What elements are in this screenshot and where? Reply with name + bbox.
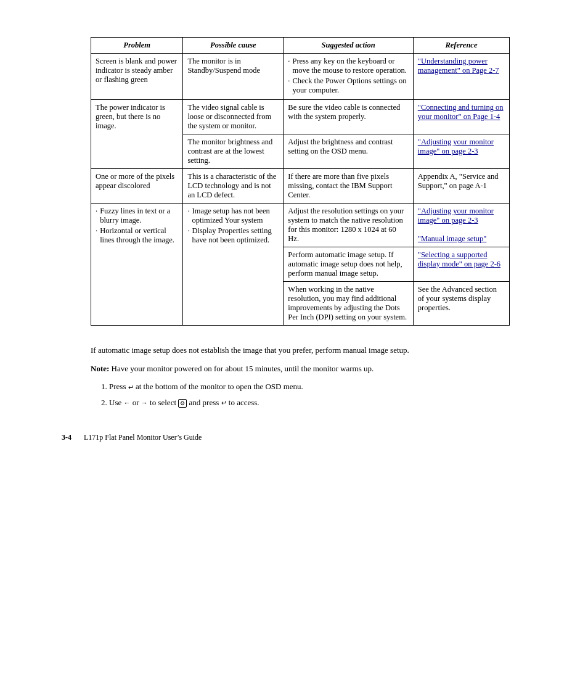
action-cell: If there are more than five pixels missi… <box>284 169 413 204</box>
problem-cell: One or more of the pixels appear discolo… <box>91 169 183 204</box>
troubleshooting-table: Problem Possible cause Suggested action … <box>91 37 510 326</box>
table-row: One or more of the pixels appear discolo… <box>91 169 510 204</box>
reference-cell: "Adjusting your monitor image" on page 2… <box>413 134 509 169</box>
table-row: The power indicator is green, but there … <box>91 100 510 134</box>
reference-cell: Appendix A, "Service and Support," on pa… <box>413 169 509 204</box>
note-label: Note: <box>91 364 109 373</box>
problem-cell: Screen is blank and power indicator is s… <box>91 54 183 100</box>
action-cell: When working in the native resolution, y… <box>284 282 413 326</box>
action-cell: Adjust the brightness and contrast setti… <box>284 134 413 169</box>
table-row: Screen is blank and power indicator is s… <box>91 54 510 100</box>
arrow-right-icon: → <box>141 398 148 408</box>
body-text-section: If automatic image setup does not establ… <box>91 344 510 408</box>
steps-list: Press ↵ at the bottom of the monitor to … <box>109 381 510 408</box>
page-number: 3-4 <box>62 433 71 442</box>
footer-title: L171p Flat Panel Monitor User’s Guide <box>84 433 202 442</box>
col-header-action: Suggested action <box>284 38 413 54</box>
auto-setup-paragraph: If automatic image setup does not establ… <box>91 344 510 356</box>
col-header-reference: Reference <box>413 38 509 54</box>
action-cell: Adjust the resolution settings on your s… <box>284 204 413 247</box>
note-text: Have your monitor powered on for about 1… <box>112 364 374 373</box>
troubleshooting-table-container: Problem Possible cause Suggested action … <box>91 37 510 326</box>
table-row: ·Fuzzy lines in text or a blurry image. … <box>91 204 510 247</box>
col-header-problem: Problem <box>91 38 183 54</box>
col-header-cause: Possible cause <box>183 38 284 54</box>
step-2: Use ← or → to select ⚙ and press ↵ to ac… <box>109 397 510 409</box>
cause-cell: The monitor brightness and contrast are … <box>183 134 284 169</box>
reference-cell: "Adjusting your monitor image" on page 2… <box>413 204 509 247</box>
action-cell: ·Press any key on the keyboard or move t… <box>284 54 413 100</box>
reference-cell: "Understanding power management" on Page… <box>413 54 509 100</box>
arrow-left-icon: ← <box>123 398 130 408</box>
action-cell: Perform automatic image setup. If automa… <box>284 247 413 282</box>
reference-cell: See the Advanced section of your systems… <box>413 282 509 326</box>
enter-icon: ↵ <box>128 382 134 393</box>
cause-cell: The monitor is in Standby/Suspend mode <box>183 54 284 100</box>
problem-cell: The power indicator is green, but there … <box>91 100 183 169</box>
enter-icon-2: ↵ <box>221 398 227 408</box>
cause-cell: The video signal cable is loose or disco… <box>183 100 284 134</box>
cause-cell: This is a characteristic of the LCD tech… <box>183 169 284 204</box>
reference-cell: "Connecting and turning on your monitor"… <box>413 100 509 134</box>
problem-cell: ·Fuzzy lines in text or a blurry image. … <box>91 204 183 326</box>
tool-icon: ⚙ <box>178 399 187 408</box>
reference-cell: "Selecting a supported display mode" on … <box>413 247 509 282</box>
note-paragraph: Note: Have your monitor powered on for a… <box>91 363 510 375</box>
action-cell: Be sure the video cable is connected wit… <box>284 100 413 134</box>
page-footer: 3-4 L171p Flat Panel Monitor User’s Guid… <box>62 433 539 442</box>
step-1: Press ↵ at the bottom of the monitor to … <box>109 381 510 393</box>
cause-cell: ·Image setup has not been optimized Your… <box>183 204 284 326</box>
